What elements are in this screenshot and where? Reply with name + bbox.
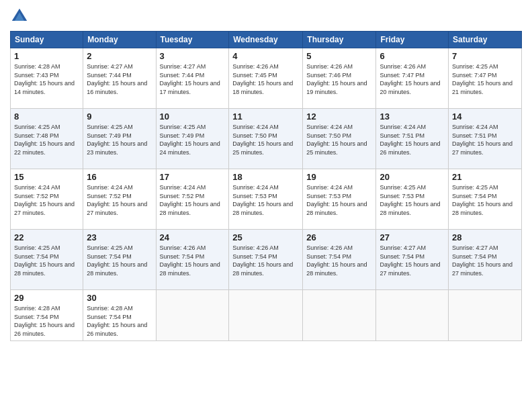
- calendar-cell-day-22: 22Sunrise: 4:25 AMSunset: 7:54 PMDayligh…: [11, 230, 83, 290]
- day-number: 29: [14, 293, 79, 303]
- calendar-cell-day-27: 27Sunrise: 4:27 AMSunset: 7:54 PMDayligh…: [376, 230, 449, 290]
- calendar-cell-day-2: 2Sunrise: 4:27 AMSunset: 7:44 PMDaylight…: [83, 48, 156, 109]
- calendar-week-row: 22Sunrise: 4:25 AMSunset: 7:54 PMDayligh…: [11, 230, 522, 290]
- day-info: Sunrise: 4:24 AMSunset: 7:52 PMDaylight:…: [14, 183, 79, 217]
- day-number: 1: [14, 51, 79, 61]
- day-info: Sunrise: 4:24 AMSunset: 7:52 PMDaylight:…: [160, 183, 226, 217]
- day-number: 19: [306, 172, 372, 182]
- col-header-thursday: Thursday: [303, 32, 376, 48]
- calendar-week-row: 15Sunrise: 4:24 AMSunset: 7:52 PMDayligh…: [11, 169, 522, 230]
- day-number: 14: [452, 111, 518, 122]
- calendar-cell-day-17: 17Sunrise: 4:24 AMSunset: 7:52 PMDayligh…: [156, 169, 229, 230]
- day-number: 12: [306, 111, 372, 122]
- day-info: Sunrise: 4:28 AMSunset: 7:54 PMDaylight:…: [14, 304, 79, 338]
- day-info: Sunrise: 4:26 AMSunset: 7:54 PMDaylight:…: [232, 244, 299, 277]
- day-number: 22: [14, 232, 79, 242]
- day-number: 11: [232, 111, 299, 122]
- calendar-cell-day-28: 28Sunrise: 4:27 AMSunset: 7:54 PMDayligh…: [449, 230, 522, 290]
- day-info: Sunrise: 4:27 AMSunset: 7:54 PMDaylight:…: [380, 244, 445, 277]
- day-number: 27: [380, 232, 445, 242]
- day-info: Sunrise: 4:24 AMSunset: 7:53 PMDaylight:…: [232, 183, 299, 217]
- calendar-cell-day-12: 12Sunrise: 4:24 AMSunset: 7:50 PMDayligh…: [303, 109, 376, 169]
- day-number: 15: [14, 172, 79, 182]
- empty-cell: [449, 290, 522, 341]
- col-header-tuesday: Tuesday: [156, 32, 229, 48]
- calendar-cell-day-14: 14Sunrise: 4:24 AMSunset: 7:51 PMDayligh…: [449, 109, 522, 169]
- calendar-cell-day-21: 21Sunrise: 4:25 AMSunset: 7:54 PMDayligh…: [449, 169, 522, 230]
- day-number: 21: [452, 172, 518, 182]
- day-number: 4: [232, 51, 299, 61]
- calendar-cell-day-29: 29Sunrise: 4:28 AMSunset: 7:54 PMDayligh…: [11, 290, 83, 341]
- calendar-cell-day-23: 23Sunrise: 4:25 AMSunset: 7:54 PMDayligh…: [83, 230, 156, 290]
- calendar-cell-day-15: 15Sunrise: 4:24 AMSunset: 7:52 PMDayligh…: [11, 169, 83, 230]
- calendar-cell-day-20: 20Sunrise: 4:25 AMSunset: 7:53 PMDayligh…: [376, 169, 449, 230]
- calendar-cell-day-7: 7Sunrise: 4:25 AMSunset: 7:47 PMDaylight…: [449, 48, 522, 109]
- day-number: 5: [306, 51, 372, 61]
- day-number: 23: [87, 232, 152, 242]
- day-info: Sunrise: 4:25 AMSunset: 7:53 PMDaylight:…: [380, 183, 445, 217]
- col-header-friday: Friday: [376, 32, 449, 48]
- day-info: Sunrise: 4:24 AMSunset: 7:50 PMDaylight:…: [232, 123, 299, 156]
- day-info: Sunrise: 4:24 AMSunset: 7:50 PMDaylight:…: [306, 123, 372, 156]
- calendar-cell-day-24: 24Sunrise: 4:26 AMSunset: 7:54 PMDayligh…: [156, 230, 229, 290]
- day-info: Sunrise: 4:27 AMSunset: 7:54 PMDaylight:…: [452, 244, 518, 277]
- day-number: 26: [306, 232, 372, 242]
- day-number: 25: [232, 232, 299, 242]
- empty-cell: [229, 290, 303, 341]
- calendar-header-row: SundayMondayTuesdayWednesdayThursdayFrid…: [11, 32, 522, 48]
- day-info: Sunrise: 4:26 AMSunset: 7:45 PMDaylight:…: [232, 62, 299, 96]
- calendar-cell-day-16: 16Sunrise: 4:24 AMSunset: 7:52 PMDayligh…: [83, 169, 156, 230]
- calendar-cell-day-6: 6Sunrise: 4:26 AMSunset: 7:47 PMDaylight…: [376, 48, 449, 109]
- day-info: Sunrise: 4:25 AMSunset: 7:54 PMDaylight:…: [452, 183, 518, 217]
- day-info: Sunrise: 4:27 AMSunset: 7:44 PMDaylight:…: [160, 62, 226, 96]
- day-info: Sunrise: 4:25 AMSunset: 7:54 PMDaylight:…: [87, 244, 152, 277]
- header: [10, 7, 522, 26]
- day-number: 10: [160, 111, 226, 122]
- calendar-cell-day-11: 11Sunrise: 4:24 AMSunset: 7:50 PMDayligh…: [229, 109, 303, 169]
- calendar-cell-day-19: 19Sunrise: 4:24 AMSunset: 7:53 PMDayligh…: [303, 169, 376, 230]
- calendar-cell-day-9: 9Sunrise: 4:25 AMSunset: 7:49 PMDaylight…: [83, 109, 156, 169]
- calendar-week-row: 1Sunrise: 4:28 AMSunset: 7:43 PMDaylight…: [11, 48, 522, 109]
- logo-icon: [10, 7, 29, 26]
- calendar-cell-day-30: 30Sunrise: 4:28 AMSunset: 7:54 PMDayligh…: [83, 290, 156, 341]
- day-info: Sunrise: 4:25 AMSunset: 7:47 PMDaylight:…: [452, 62, 518, 96]
- day-number: 13: [380, 111, 445, 122]
- day-info: Sunrise: 4:25 AMSunset: 7:49 PMDaylight:…: [160, 123, 226, 156]
- calendar-cell-day-3: 3Sunrise: 4:27 AMSunset: 7:44 PMDaylight…: [156, 48, 229, 109]
- day-info: Sunrise: 4:26 AMSunset: 7:54 PMDaylight:…: [160, 244, 226, 277]
- day-number: 3: [160, 51, 226, 61]
- page: SundayMondayTuesdayWednesdayThursdayFrid…: [0, 0, 532, 411]
- calendar-week-row: 8Sunrise: 4:25 AMSunset: 7:48 PMDaylight…: [11, 109, 522, 169]
- day-info: Sunrise: 4:28 AMSunset: 7:54 PMDaylight:…: [87, 304, 152, 338]
- day-info: Sunrise: 4:24 AMSunset: 7:52 PMDaylight:…: [87, 183, 152, 217]
- calendar-cell-day-10: 10Sunrise: 4:25 AMSunset: 7:49 PMDayligh…: [156, 109, 229, 169]
- day-info: Sunrise: 4:24 AMSunset: 7:51 PMDaylight:…: [452, 123, 518, 156]
- empty-cell: [156, 290, 229, 341]
- calendar-cell-day-13: 13Sunrise: 4:24 AMSunset: 7:51 PMDayligh…: [376, 109, 449, 169]
- calendar-cell-day-26: 26Sunrise: 4:26 AMSunset: 7:54 PMDayligh…: [303, 230, 376, 290]
- empty-cell: [376, 290, 449, 341]
- day-info: Sunrise: 4:26 AMSunset: 7:47 PMDaylight:…: [380, 62, 445, 96]
- day-number: 9: [87, 111, 152, 122]
- calendar-cell-day-25: 25Sunrise: 4:26 AMSunset: 7:54 PMDayligh…: [229, 230, 303, 290]
- day-info: Sunrise: 4:25 AMSunset: 7:49 PMDaylight:…: [87, 123, 152, 156]
- calendar-cell-day-1: 1Sunrise: 4:28 AMSunset: 7:43 PMDaylight…: [11, 48, 83, 109]
- day-number: 7: [452, 51, 518, 61]
- logo: [10, 7, 32, 26]
- day-info: Sunrise: 4:25 AMSunset: 7:54 PMDaylight:…: [14, 244, 79, 277]
- day-number: 16: [87, 172, 152, 182]
- col-header-saturday: Saturday: [449, 32, 522, 48]
- day-info: Sunrise: 4:27 AMSunset: 7:44 PMDaylight:…: [87, 62, 152, 96]
- empty-cell: [303, 290, 376, 341]
- day-info: Sunrise: 4:26 AMSunset: 7:54 PMDaylight:…: [306, 244, 372, 277]
- col-header-sunday: Sunday: [11, 32, 83, 48]
- day-number: 18: [232, 172, 299, 182]
- day-info: Sunrise: 4:24 AMSunset: 7:51 PMDaylight:…: [380, 123, 445, 156]
- col-header-wednesday: Wednesday: [229, 32, 303, 48]
- day-number: 6: [380, 51, 445, 61]
- day-number: 30: [87, 293, 152, 303]
- calendar-table: SundayMondayTuesdayWednesdayThursdayFrid…: [10, 31, 522, 341]
- day-number: 24: [160, 232, 226, 242]
- calendar-cell-day-8: 8Sunrise: 4:25 AMSunset: 7:48 PMDaylight…: [11, 109, 83, 169]
- day-number: 8: [14, 111, 79, 122]
